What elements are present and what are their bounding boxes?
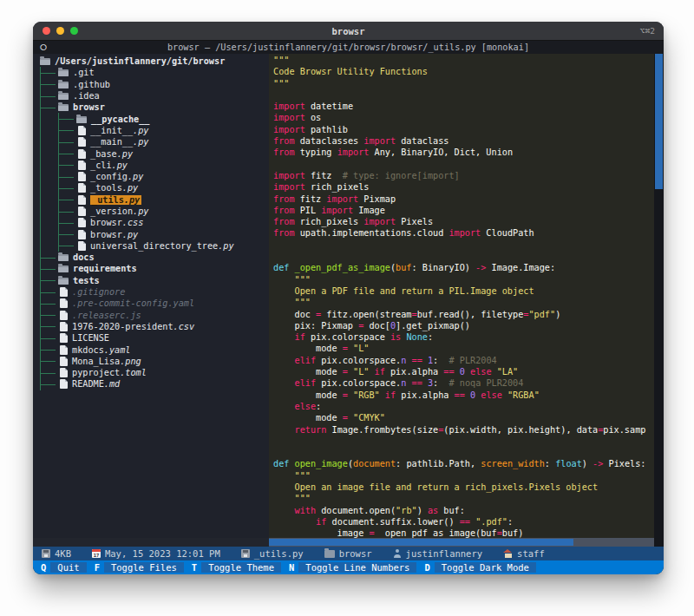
tree-item-folder[interactable]: requirements: [33, 263, 269, 274]
tree-item-folder[interactable]: tests: [33, 275, 269, 286]
tree-item-file[interactable]: universal_directory_tree.py: [33, 240, 269, 252]
tree-item-file[interactable]: _version.py: [33, 206, 269, 217]
tree-guide-line: [40, 136, 58, 147]
tree-guide-line: [58, 182, 76, 193]
code-token: """: [273, 494, 311, 503]
code-line: import rich_pixels: [273, 181, 654, 193]
file-tree[interactable]: /Users/justinflannery/git/browsr.git.git…: [33, 54, 269, 538]
file-icon: [60, 298, 68, 308]
tree-item-label: README.md: [72, 379, 120, 389]
code-token: Code Browsr Utility Functions: [273, 67, 428, 76]
tree-item-folder[interactable]: .git: [33, 67, 269, 78]
code-token: typing: [295, 147, 337, 157]
tree-item-label: tests: [73, 276, 100, 285]
tree-item-file[interactable]: __init__.py: [33, 125, 269, 136]
tree-guide-line: [58, 228, 76, 239]
tree-item-file[interactable]: .gitignore: [33, 286, 269, 298]
tree-item-folder[interactable]: docs: [33, 252, 269, 263]
footer-action-label[interactable]: Toggle Dark Mode: [435, 562, 536, 573]
code-token: document.open(: [316, 506, 396, 515]
footer-action-label[interactable]: Toggle Line Numbers: [298, 562, 416, 573]
vertical-scrollbar[interactable]: [654, 54, 664, 538]
file-stem: browsr: [90, 230, 122, 239]
code-token: document: [353, 459, 396, 469]
code-line: [273, 89, 654, 101]
file-icon: [78, 126, 86, 135]
tree-item-label: mkdocs.yaml: [72, 345, 130, 355]
footer-binding-f[interactable]: FToggle Files: [87, 560, 184, 574]
footer-key[interactable]: F: [87, 562, 104, 573]
footer-action-label[interactable]: Toggle Theme: [201, 562, 281, 573]
tree-guide-line: [40, 252, 58, 263]
footer-action-label[interactable]: Quit: [50, 562, 86, 573]
tree-guide-line: [40, 367, 58, 378]
footer-binding-n[interactable]: NToggle Line Numbers: [281, 560, 416, 574]
footer-key[interactable]: D: [416, 562, 434, 573]
tree-item-folder[interactable]: .idea: [33, 90, 269, 102]
tree-item-file[interactable]: __main__.py: [33, 136, 269, 147]
code-line: import os: [273, 112, 654, 123]
footer-action-label[interactable]: Toggle Files: [104, 562, 184, 573]
tree-guide-line: [40, 102, 58, 113]
file-stem: _config: [90, 172, 128, 181]
tree-guide-line: [40, 332, 58, 344]
code-token: mode: [273, 344, 343, 353]
tree-item-file[interactable]: Mona_Lisa.png: [33, 356, 269, 367]
footer-binding-q[interactable]: QQuit: [33, 560, 87, 574]
footer-key[interactable]: T: [184, 562, 201, 573]
tree-item-folder[interactable]: browsr: [33, 102, 269, 113]
tree-item-label: _cli.py: [90, 161, 128, 170]
file-stem: LICENSE: [72, 333, 109, 343]
tree-item-file[interactable]: _base.py: [33, 147, 269, 159]
file-icon: [60, 357, 68, 366]
tree-item-label: browsr.css: [90, 218, 143, 227]
tree-guide-line: [40, 321, 58, 332]
code-viewer[interactable]: """Code Browsr Utility Functions""" impo…: [269, 54, 654, 538]
tree-item-file[interactable]: mkdocs.yaml: [33, 344, 269, 355]
code-token: import: [363, 217, 396, 226]
tree-item-folder[interactable]: .github: [33, 79, 269, 90]
code-token: :: [316, 402, 321, 411]
file-stem: _utils: [92, 195, 124, 205]
footer-key[interactable]: N: [281, 562, 298, 573]
tree-guide-line: [58, 206, 76, 217]
tree-guide-line: [40, 286, 58, 298]
file-stem: .gitignore: [72, 287, 125, 297]
tree-item-folder[interactable]: /Users/justinflannery/git/browsr: [33, 56, 269, 67]
code-token: pix.colorspace.: [316, 378, 401, 388]
tree-item-file[interactable]: .releaserc.js: [33, 310, 269, 321]
tree-item-label: __pycache__: [91, 115, 149, 124]
main-area: /Users/justinflannery/git/browsr.git.git…: [33, 54, 664, 538]
tree-item-file[interactable]: browsr.py: [33, 228, 269, 239]
footer-key[interactable]: Q: [33, 562, 50, 573]
tree-item-file[interactable]: _config.py: [33, 171, 269, 182]
vertical-scrollbar-thumb[interactable]: [655, 54, 663, 189]
code-token: ): [555, 310, 560, 319]
tree-item-file[interactable]: _utils.py: [33, 194, 269, 206]
tree-item-file[interactable]: 1976-2020-president.csv: [33, 321, 269, 332]
footer-binding-d[interactable]: DToggle Dark Mode: [416, 560, 535, 574]
code-token: doc: [273, 310, 316, 319]
tree-item-file[interactable]: _tools.py: [33, 182, 269, 193]
code-token: image: [273, 528, 369, 538]
file-extension: .py: [133, 137, 148, 147]
tree-item-file[interactable]: LICENSE: [33, 332, 269, 344]
tree-item-file[interactable]: _cli.py: [33, 160, 269, 171]
tree-item-folder[interactable]: __pycache__: [33, 113, 269, 124]
tree-item-label: .releaserc.js: [72, 311, 141, 320]
code-token: import: [273, 102, 305, 111]
code-token: with: [295, 506, 317, 515]
file-extension: .py: [128, 172, 143, 181]
footer-binding-t[interactable]: TToggle Theme: [184, 560, 281, 574]
horizontal-scrollbar-thumb[interactable]: [269, 539, 573, 546]
tree-item-file[interactable]: browsr.css: [33, 217, 269, 228]
file-stem: Mona_Lisa: [72, 357, 120, 366]
horizontal-scrollbar[interactable]: [269, 538, 654, 547]
code-token: elif: [295, 378, 317, 388]
tree-item-file[interactable]: .pre-commit-config.yaml: [33, 298, 269, 309]
save-file-icon: [241, 549, 250, 558]
file-icon: [60, 311, 68, 320]
tree-item-file[interactable]: pyproject.toml: [33, 367, 269, 378]
app-header: ⭘ browsr – /Users/justinflannery/git/bro…: [33, 41, 664, 54]
tree-item-file[interactable]: README.md: [33, 378, 269, 390]
